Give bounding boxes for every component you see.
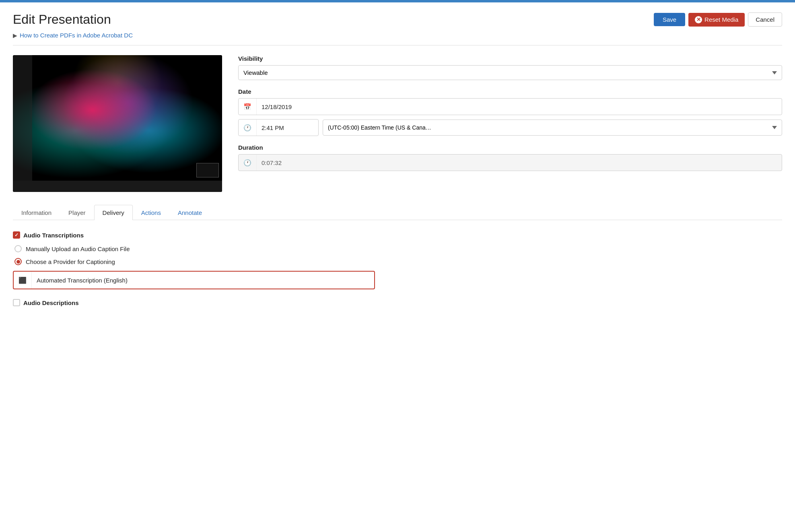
tab-information[interactable]: Information bbox=[13, 205, 60, 220]
time-row: 🕐 (UTC-05:00) Eastern Time (US & Cana… bbox=[238, 119, 782, 136]
date-input[interactable] bbox=[257, 100, 782, 113]
main-content: Visibility Viewable Private Draft Date 📅… bbox=[0, 45, 795, 202]
taskbar-sim bbox=[13, 181, 222, 192]
duration-input bbox=[257, 156, 782, 169]
desktop-simulation bbox=[13, 55, 222, 192]
time-input[interactable] bbox=[257, 121, 319, 134]
captioning-icon: ⬛ bbox=[14, 272, 32, 289]
cancel-button[interactable]: Cancel bbox=[748, 12, 782, 27]
tab-content-delivery: ✓ Audio Transcriptions Manually Upload a… bbox=[0, 220, 795, 318]
radio-choose-provider[interactable]: Choose a Provider for Captioning bbox=[13, 258, 782, 265]
thumbnail-pip bbox=[196, 163, 219, 177]
visibility-select[interactable]: Viewable Private Draft bbox=[238, 65, 782, 80]
duration-input-row: 🕐 bbox=[238, 154, 782, 171]
page-title: Edit Presentation bbox=[13, 12, 111, 27]
audio-transcriptions-label: Audio Transcriptions bbox=[23, 232, 84, 239]
tab-annotate[interactable]: Annotate bbox=[169, 205, 210, 220]
time-input-row: 🕐 bbox=[238, 119, 319, 136]
right-panel: Visibility Viewable Private Draft Date 📅… bbox=[238, 55, 782, 175]
date-section: Date 📅 🕐 (UTC-05:00) Eastern Time (US & … bbox=[238, 88, 782, 136]
duration-section: Duration 🕐 bbox=[238, 144, 782, 171]
timezone-select[interactable]: (UTC-05:00) Eastern Time (US & Cana… bbox=[323, 120, 782, 136]
audio-descriptions-label: Audio Descriptions bbox=[23, 299, 79, 306]
audio-descriptions-checkbox[interactable] bbox=[13, 299, 20, 306]
sidebar-sim bbox=[13, 55, 32, 181]
clock-icon: 🕐 bbox=[239, 120, 257, 136]
page-header: Edit Presentation Save ✕ Reset Media Can… bbox=[0, 2, 795, 32]
audio-transcriptions-checkbox[interactable]: ✓ bbox=[13, 231, 20, 239]
tabs-section: Information Player Delivery Actions Anno… bbox=[0, 205, 795, 220]
duration-clock-icon: 🕐 bbox=[239, 155, 257, 171]
captioning-provider-input[interactable] bbox=[32, 274, 374, 287]
radio-provider-label: Choose a Provider for Captioning bbox=[26, 258, 115, 265]
calendar-icon: 📅 bbox=[239, 99, 257, 115]
breadcrumb-link[interactable]: How to Create PDFs in Adobe Acrobat DC bbox=[20, 32, 133, 39]
captioning-provider-input-row: ⬛ bbox=[13, 271, 375, 289]
radio-manual-label: Manually Upload an Audio Caption File bbox=[26, 245, 130, 252]
x-circle-icon: ✕ bbox=[695, 16, 702, 23]
radio-provider-inner bbox=[16, 260, 20, 264]
radio-provider-icon[interactable] bbox=[14, 258, 22, 265]
audio-descriptions-section: Audio Descriptions bbox=[13, 299, 782, 306]
reset-media-button[interactable]: ✕ Reset Media bbox=[688, 13, 745, 27]
date-input-row: 📅 bbox=[238, 98, 782, 115]
video-preview bbox=[13, 55, 222, 192]
duration-label: Duration bbox=[238, 144, 782, 151]
radio-manual-icon[interactable] bbox=[14, 245, 22, 252]
radio-manual-upload[interactable]: Manually Upload an Audio Caption File bbox=[13, 245, 782, 252]
video-icon: ▶ bbox=[13, 32, 17, 39]
video-thumbnail bbox=[13, 55, 222, 192]
breadcrumb: ▶ How to Create PDFs in Adobe Acrobat DC bbox=[0, 32, 795, 45]
tab-delivery[interactable]: Delivery bbox=[94, 205, 133, 220]
checkmark-icon: ✓ bbox=[14, 233, 19, 237]
header-actions: Save ✕ Reset Media Cancel bbox=[654, 12, 782, 27]
save-button[interactable]: Save bbox=[654, 13, 685, 26]
tab-player[interactable]: Player bbox=[60, 205, 94, 220]
tab-actions[interactable]: Actions bbox=[133, 205, 169, 220]
date-label: Date bbox=[238, 88, 782, 95]
visibility-label: Visibility bbox=[238, 55, 782, 62]
tabs-list: Information Player Delivery Actions Anno… bbox=[13, 205, 782, 220]
audio-transcriptions-section: ✓ Audio Transcriptions bbox=[13, 231, 782, 239]
